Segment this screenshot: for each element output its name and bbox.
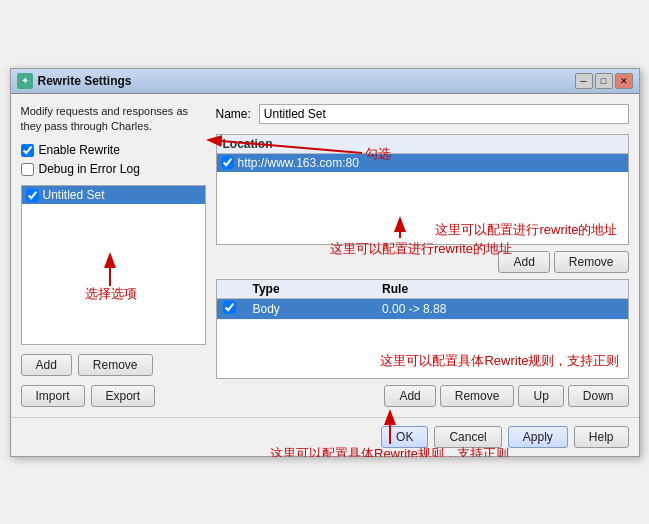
rules-check-header [217,280,247,299]
rewrite-sets-list[interactable]: Untitled Set [21,185,206,344]
rules-up-button[interactable]: Up [518,385,563,407]
location-body: http://www.163.com:80 这里可以配置进行rewrite的地址 [217,154,628,244]
rules-btn-row: Add Remove Up Down [216,385,629,407]
rules-annotation: 这里可以配置具体Rewrite规则，支持正则 [380,352,619,370]
left-import-button[interactable]: Import [21,385,85,407]
window-title: Rewrite Settings [38,74,132,88]
location-remove-button[interactable]: Remove [554,251,629,273]
cancel-button[interactable]: Cancel [434,426,501,448]
right-panel: Name: Location http://www.163.com:80 这里可… [216,104,629,407]
list-item-label: Untitled Set [43,188,105,202]
location-section: Location http://www.163.com:80 这里可以配置进行r… [216,134,629,245]
debug-label: Debug in Error Log [39,162,140,176]
enable-rewrite-checkbox[interactable] [21,144,34,157]
name-row: Name: [216,104,629,124]
name-label: Name: [216,107,251,121]
enable-rewrite-label: Enable Rewrite [39,143,120,157]
rule-checkbox[interactable] [223,301,236,314]
title-buttons: ─ □ ✕ [575,73,633,89]
location-row[interactable]: http://www.163.com:80 [217,154,628,172]
rule-value: 0.00 -> 8.88 [376,298,627,319]
rewrite-settings-window: ✦ Rewrite Settings ─ □ ✕ Modify requests… [10,68,640,457]
location-checkbox[interactable] [221,156,234,169]
left-btn-row-1: Add Remove [21,354,206,376]
debug-row: Debug in Error Log [21,162,206,176]
location-url: http://www.163.com:80 [238,156,359,170]
left-panel: Modify requests and responses as they pa… [21,104,206,407]
enable-rewrite-row: Enable Rewrite [21,143,206,157]
name-input[interactable] [259,104,629,124]
location-annotation: 这里可以配置进行rewrite的地址 [435,221,617,239]
left-export-button[interactable]: Export [91,385,156,407]
rules-add-button[interactable]: Add [384,385,435,407]
rules-rule-header: Rule [376,280,627,299]
rules-table: Type Rule Body 0.00 -> 8.88 [217,280,628,320]
location-btn-row: Add Remove [216,251,629,273]
rules-remove-button[interactable]: Remove [440,385,515,407]
close-button[interactable]: ✕ [615,73,633,89]
debug-checkbox[interactable] [21,163,34,176]
window-body: Modify requests and responses as they pa… [11,94,639,417]
list-item-checkbox[interactable] [26,189,39,202]
left-remove-button[interactable]: Remove [78,354,153,376]
ok-button[interactable]: OK [381,426,428,448]
location-header: Location [217,135,628,154]
left-add-button[interactable]: Add [21,354,72,376]
maximize-button[interactable]: □ [595,73,613,89]
list-item[interactable]: Untitled Set [22,186,205,204]
rules-type-header: Type [247,280,377,299]
left-btn-row-2: Import Export [21,385,206,407]
window-icon: ✦ [17,73,33,89]
apply-button[interactable]: Apply [508,426,568,448]
location-add-button[interactable]: Add [498,251,549,273]
window-footer: OK Cancel Apply Help [11,417,639,456]
description-text: Modify requests and responses as they pa… [21,104,206,135]
help-button[interactable]: Help [574,426,629,448]
rules-down-button[interactable]: Down [568,385,629,407]
minimize-button[interactable]: ─ [575,73,593,89]
rules-section: Type Rule Body 0.00 -> 8.88 [216,279,629,379]
rule-type: Body [247,298,377,319]
title-bar: ✦ Rewrite Settings ─ □ ✕ [11,69,639,94]
rules-row[interactable]: Body 0.00 -> 8.88 [217,298,628,319]
